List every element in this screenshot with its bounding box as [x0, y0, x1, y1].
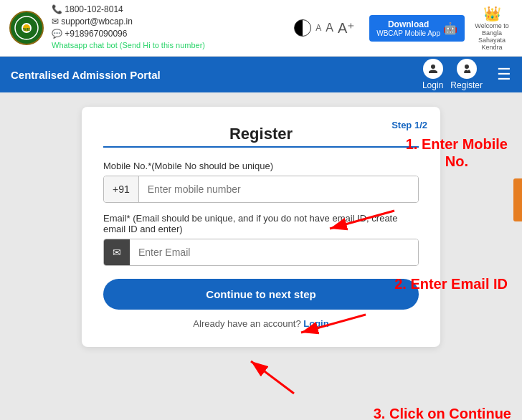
annotation-step3: 3. Click on Continue	[374, 405, 511, 420]
font-small[interactable]: A	[315, 23, 321, 33]
svg-line-10	[251, 361, 294, 393]
nav-bar: Centralised Admission Portal Login Regis…	[0, 57, 522, 92]
main-content: Step 1/2 Register Mobile No.*(Mobile No …	[0, 92, 522, 420]
mobile-input-group: +91	[103, 176, 419, 203]
whatsapp-icon: 💬	[52, 29, 62, 39]
mobile-label: Mobile No.*(Mobile No should be unique)	[103, 161, 419, 171]
country-code: +91	[104, 176, 139, 202]
step-label: Step 1/2	[392, 120, 427, 130]
phone-icon: 📞	[52, 4, 62, 14]
continue-button[interactable]: Continue to next step	[103, 279, 419, 310]
nav-actions: Login Register ☰	[422, 59, 511, 90]
email-address: ✉ support@wbcap.in	[52, 16, 287, 27]
contrast-toggle[interactable]	[294, 19, 311, 37]
login-icon	[423, 59, 443, 79]
whatsapp-label: Whatsapp chat bot (Send Hi to this numbe…	[52, 41, 287, 49]
logo: WB	[9, 10, 44, 46]
login-nav-item[interactable]: Login	[422, 59, 443, 90]
phone-number: 📞 1800-102-8014	[52, 4, 287, 14]
login-link[interactable]: Login	[303, 318, 328, 329]
register-card: Step 1/2 Register Mobile No.*(Mobile No …	[82, 107, 440, 347]
side-tab	[513, 178, 522, 221]
bangla-logo: 👑 Welcome toBangla Sahayata Kendra	[470, 5, 513, 51]
mobile-input[interactable]	[139, 176, 418, 202]
email-label: Email* (Email should be unique, and if y…	[103, 213, 419, 234]
whatsapp-info: 💬 +918967090096	[52, 29, 287, 39]
download-button[interactable]: Download WBCAP Mobile App 🤖	[369, 15, 465, 42]
email-input[interactable]	[130, 239, 418, 265]
email-icon: ✉	[52, 16, 59, 27]
android-icon: 🤖	[443, 22, 457, 35]
register-icon	[457, 59, 477, 79]
svg-text:WB: WB	[23, 27, 31, 32]
contact-info: 📞 1800-102-8014 ✉ support@wbcap.in 💬 +91…	[52, 4, 287, 52]
font-controls: A A A⁺	[294, 19, 355, 37]
portal-name: Centralised Admission Portal	[11, 69, 422, 81]
email-icon: ✉	[104, 239, 130, 265]
email-input-group: ✉	[103, 239, 419, 266]
top-bar: WB 📞 1800-102-8014 ✉ support@wbcap.in 💬 …	[0, 0, 522, 57]
register-title: Register	[103, 125, 419, 143]
arrow-continue	[237, 354, 308, 397]
app-buttons: Download WBCAP Mobile App 🤖 👑 Welcome to…	[369, 5, 513, 51]
font-med[interactable]: A	[326, 22, 333, 34]
already-account: Already have an account? Login	[103, 318, 419, 329]
font-large[interactable]: A⁺	[338, 19, 355, 37]
register-underline	[103, 146, 419, 148]
hamburger-menu[interactable]: ☰	[497, 65, 511, 84]
register-nav-item[interactable]: Register	[450, 59, 483, 90]
